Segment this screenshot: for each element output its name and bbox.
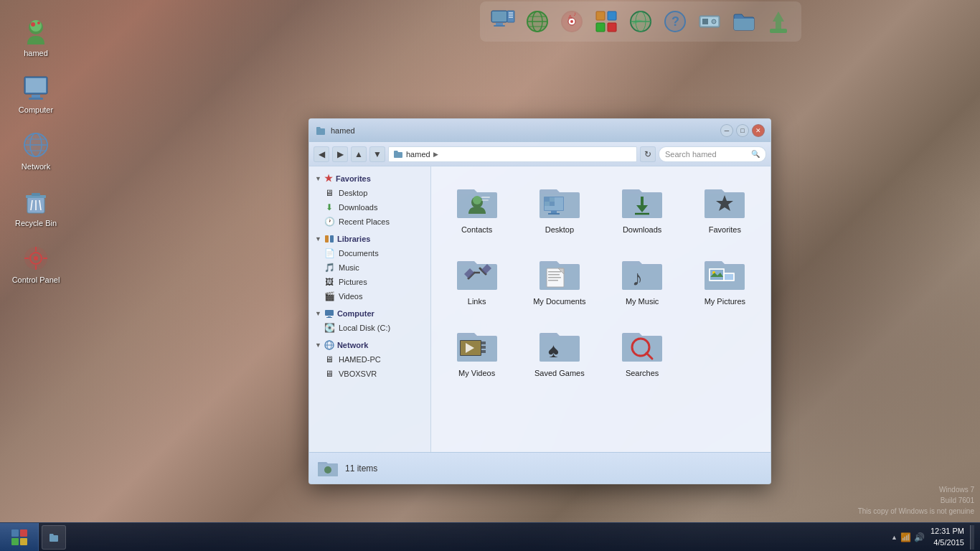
sidebar-videos-label: Videos: [339, 292, 362, 301]
show-hidden-icons-btn[interactable]: ▲: [891, 534, 897, 541]
address-arrow: ▶: [433, 151, 438, 158]
folder-mydocuments[interactable]: My Documents: [521, 245, 598, 311]
folder-favorites[interactable]: Favorites: [687, 174, 763, 240]
favorites-label: Favorites: [336, 174, 371, 183]
svg-rect-63: [326, 317, 332, 318]
network-icon: [22, 131, 50, 159]
sidebar-pictures-label: Pictures: [339, 278, 367, 286]
folder-mymusic[interactable]: ♪ My Music: [604, 245, 681, 311]
sidebar-item-hamedpc[interactable]: 🖥 HAMED-PC: [309, 352, 430, 367]
folder-searches[interactable]: Searches: [604, 317, 681, 383]
svg-rect-57: [702, 19, 708, 24]
svg-rect-91: [725, 274, 733, 280]
toolbar-dvd-btn[interactable]: A ♪: [556, 6, 588, 37]
recycle-label: Recycle Bin: [15, 219, 57, 227]
toolbar-globe2-btn[interactable]: [625, 6, 656, 37]
desktop-icon-computer[interactable]: Computer: [7, 71, 65, 117]
links-folder-icon: [454, 251, 500, 294]
close-button[interactable]: ✕: [752, 124, 765, 137]
svg-rect-74: [548, 213, 560, 215]
desktop-label: Desktop: [545, 225, 574, 234]
computer-label: Computer: [19, 105, 53, 114]
computer-chevron: ▼: [315, 310, 321, 317]
searches-folder-icon: [619, 323, 665, 366]
sidebar-item-pictures[interactable]: 🖼 Pictures: [309, 275, 430, 289]
toolbar-help-btn[interactable]: ?: [659, 6, 691, 37]
sidebar-favorites-header[interactable]: ▼ ★ Favorites: [309, 171, 430, 186]
svg-rect-77: [545, 202, 550, 206]
pictures-sidebar-icon: 🖼: [324, 276, 335, 288]
folder-myvideos[interactable]: My Videos: [438, 317, 515, 383]
forward-button[interactable]: ▶: [332, 146, 348, 162]
status-bar: 11 items: [309, 452, 771, 484]
toolbar-drive-btn[interactable]: [694, 6, 725, 37]
sidebar-item-recent-places[interactable]: 🕐 Recent Places: [309, 215, 430, 229]
taskbar-item-explorer[interactable]: [42, 525, 66, 550]
desktop-folder-icon: [537, 179, 583, 222]
downloads-label: Downloads: [623, 225, 661, 234]
taskbar-datetime[interactable]: 12:31 PM 4/5/2015: [930, 526, 964, 548]
sidebar-item-localdisk[interactable]: 💽 Local Disk (C:): [309, 321, 430, 335]
toolbar-monitor-btn[interactable]: [487, 6, 519, 37]
network-label: Network: [22, 162, 50, 171]
sidebar-computer-header[interactable]: ▼ Computer: [309, 306, 430, 321]
svg-rect-31: [507, 11, 514, 22]
toolbar-recycle-btn[interactable]: [763, 6, 794, 37]
svg-rect-76: [550, 197, 555, 202]
recent-button[interactable]: ▼: [369, 146, 385, 162]
sidebar-item-desktop[interactable]: 🖥 Desktop: [309, 186, 430, 200]
sidebar-item-music[interactable]: 🎵 Music: [309, 260, 430, 275]
minimize-button[interactable]: ─: [720, 124, 733, 137]
desktop-icon-recycle[interactable]: Recycle Bin: [7, 184, 65, 230]
svg-point-58: [712, 19, 716, 24]
sidebar-item-documents[interactable]: 📄 Documents: [309, 246, 430, 260]
sidebar-item-videos[interactable]: 🎬 Videos: [309, 289, 430, 303]
sidebar-item-downloads[interactable]: ⬇ Downloads: [309, 200, 430, 215]
network-chevron: ▼: [315, 342, 321, 349]
desktop-icon-hamed[interactable]: hamed: [7, 14, 65, 60]
svg-rect-46: [596, 11, 605, 20]
refresh-button[interactable]: ↻: [640, 146, 656, 162]
control-panel-icon: [22, 244, 50, 273]
search-placeholder: Search hamed: [665, 150, 717, 159]
favorites-chevron: ▼: [315, 175, 321, 182]
nav-bar: ◀ ▶ ▲ ▼ hamed ▶ ↻ Search hamed 🔍: [309, 142, 771, 166]
search-bar[interactable]: Search hamed 🔍: [659, 146, 766, 162]
taskbar-tray: 12:31 PM 4/5/2015: [925, 523, 980, 551]
svg-text:A: A: [568, 14, 573, 20]
svg-rect-30: [494, 25, 505, 27]
svg-rect-84: [548, 277, 561, 278]
folder-savedgames[interactable]: ♠ Saved Games: [521, 317, 598, 383]
search-icon: 🔍: [751, 150, 760, 158]
svg-point-43: [570, 20, 573, 23]
back-button[interactable]: ◀: [314, 146, 329, 162]
sidebar-libraries-header[interactable]: ▼ Libraries: [309, 232, 430, 246]
taskbar-items: [39, 523, 891, 551]
sidebar-network-header[interactable]: ▼ Network: [309, 338, 430, 352]
svg-point-2: [31, 22, 35, 27]
maximize-button[interactable]: □: [736, 124, 749, 137]
toolbar-puzzle-btn[interactable]: [590, 6, 622, 37]
folder-mypictures[interactable]: My Pictures: [687, 245, 763, 311]
folder-contacts[interactable]: Contacts: [438, 174, 515, 240]
desktop-icon-network[interactable]: Network: [7, 128, 65, 174]
toolbar-globe-btn[interactable]: [522, 6, 553, 37]
libraries-icon: [324, 234, 334, 244]
svg-rect-83: [548, 274, 560, 276]
folder-downloads[interactable]: Downloads: [604, 174, 681, 240]
svg-rect-59: [325, 235, 329, 242]
mymusic-folder-icon: ♪: [619, 251, 665, 294]
toolbar-folder-btn[interactable]: [728, 6, 760, 37]
network-tray-icon: 📶: [900, 532, 911, 542]
desktop-icon-control-panel[interactable]: Control Panel: [7, 241, 65, 287]
start-button[interactable]: [0, 523, 39, 552]
address-bar[interactable]: hamed ▶: [388, 146, 637, 162]
up-button[interactable]: ▲: [351, 146, 367, 162]
svg-rect-62: [328, 316, 331, 317]
sidebar-item-vboxsvr[interactable]: 🖥 VBOXSVR: [309, 367, 430, 381]
show-desktop-btn[interactable]: [970, 525, 974, 550]
folder-links[interactable]: Links: [438, 245, 515, 311]
sidebar-downloads-label: Downloads: [339, 203, 377, 212]
folder-desktop[interactable]: Desktop: [521, 174, 598, 240]
mypictures-folder-icon: [702, 251, 748, 294]
